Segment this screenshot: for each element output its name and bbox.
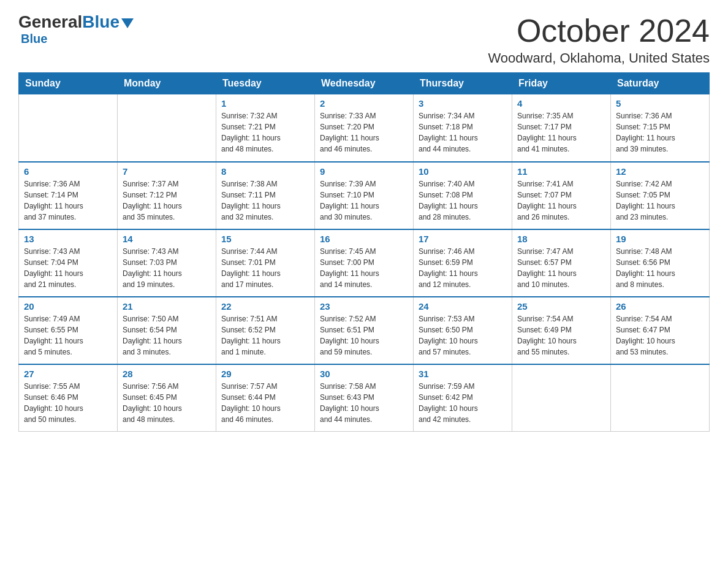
- calendar-cell: 23Sunrise: 7:52 AMSunset: 6:51 PMDayligh…: [315, 297, 414, 364]
- day-info: Sunrise: 7:43 AMSunset: 7:04 PMDaylight:…: [24, 246, 112, 290]
- day-number: 1: [221, 98, 309, 109]
- calendar-header-monday: Monday: [118, 73, 216, 94]
- day-info: Sunrise: 7:33 AMSunset: 7:20 PMDaylight:…: [320, 110, 408, 155]
- day-number: 3: [419, 98, 507, 109]
- calendar-header-row: SundayMondayTuesdayWednesdayThursdayFrid…: [19, 73, 710, 94]
- day-info: Sunrise: 7:50 AMSunset: 6:54 PMDaylight:…: [123, 313, 211, 358]
- calendar-cell: 9Sunrise: 7:39 AMSunset: 7:10 PMDaylight…: [315, 162, 414, 229]
- day-number: 22: [221, 301, 309, 312]
- calendar-header-wednesday: Wednesday: [315, 73, 414, 94]
- calendar-cell: 20Sunrise: 7:49 AMSunset: 6:55 PMDayligh…: [19, 297, 118, 364]
- calendar-cell: 1Sunrise: 7:32 AMSunset: 7:21 PMDaylight…: [216, 94, 315, 162]
- day-number: 31: [419, 369, 507, 379]
- day-number: 28: [123, 369, 211, 379]
- day-info: Sunrise: 7:48 AMSunset: 6:56 PMDaylight:…: [616, 246, 704, 290]
- day-info: Sunrise: 7:46 AMSunset: 6:59 PMDaylight:…: [419, 246, 507, 290]
- calendar-cell: [512, 364, 611, 432]
- day-number: 7: [123, 166, 211, 177]
- calendar-header-thursday: Thursday: [414, 73, 512, 94]
- calendar-cell: 17Sunrise: 7:46 AMSunset: 6:59 PMDayligh…: [414, 229, 512, 297]
- calendar-cell: 24Sunrise: 7:53 AMSunset: 6:50 PMDayligh…: [414, 297, 512, 364]
- calendar-header-sunday: Sunday: [19, 73, 118, 94]
- calendar-cell: 6Sunrise: 7:36 AMSunset: 7:14 PMDaylight…: [19, 162, 118, 229]
- day-info: Sunrise: 7:37 AMSunset: 7:12 PMDaylight:…: [123, 178, 211, 223]
- calendar-cell: 31Sunrise: 7:59 AMSunset: 6:42 PMDayligh…: [414, 364, 512, 432]
- day-number: 6: [24, 166, 112, 177]
- calendar-header-friday: Friday: [512, 73, 611, 94]
- calendar-cell: 7Sunrise: 7:37 AMSunset: 7:12 PMDaylight…: [118, 162, 216, 229]
- calendar-week-row: 20Sunrise: 7:49 AMSunset: 6:55 PMDayligh…: [19, 297, 710, 364]
- logo-triangle-icon: [121, 18, 134, 28]
- day-info: Sunrise: 7:34 AMSunset: 7:18 PMDaylight:…: [419, 110, 507, 155]
- day-info: Sunrise: 7:47 AMSunset: 6:57 PMDaylight:…: [517, 246, 605, 290]
- calendar-cell: 29Sunrise: 7:57 AMSunset: 6:44 PMDayligh…: [216, 364, 315, 432]
- calendar-header-tuesday: Tuesday: [216, 73, 315, 94]
- calendar-cell: [611, 364, 710, 432]
- calendar-cell: 11Sunrise: 7:41 AMSunset: 7:07 PMDayligh…: [512, 162, 611, 229]
- day-info: Sunrise: 7:53 AMSunset: 6:50 PMDaylight:…: [419, 313, 507, 358]
- day-number: 19: [616, 234, 704, 244]
- day-number: 8: [221, 166, 309, 177]
- day-number: 14: [123, 234, 211, 244]
- day-info: Sunrise: 7:32 AMSunset: 7:21 PMDaylight:…: [221, 110, 309, 155]
- day-number: 11: [517, 166, 605, 177]
- calendar-table: SundayMondayTuesdayWednesdayThursdayFrid…: [18, 72, 710, 432]
- day-info: Sunrise: 7:36 AMSunset: 7:15 PMDaylight:…: [616, 110, 704, 155]
- page-header: General Blue Blue October 2024 Woodward,…: [18, 12, 710, 66]
- day-info: Sunrise: 7:51 AMSunset: 6:52 PMDaylight:…: [221, 313, 309, 358]
- calendar-cell: 5Sunrise: 7:36 AMSunset: 7:15 PMDaylight…: [611, 94, 710, 162]
- calendar-cell: 21Sunrise: 7:50 AMSunset: 6:54 PMDayligh…: [118, 297, 216, 364]
- calendar-cell: [19, 94, 118, 162]
- day-number: 27: [24, 369, 112, 379]
- day-info: Sunrise: 7:42 AMSunset: 7:05 PMDaylight:…: [616, 178, 704, 223]
- day-info: Sunrise: 7:39 AMSunset: 7:10 PMDaylight:…: [320, 178, 408, 223]
- calendar-cell: 19Sunrise: 7:48 AMSunset: 6:56 PMDayligh…: [611, 229, 710, 297]
- logo-blue-underline: Blue: [21, 32, 47, 45]
- logo: General Blue Blue: [18, 12, 134, 46]
- day-number: 24: [419, 301, 507, 312]
- calendar-cell: 12Sunrise: 7:42 AMSunset: 7:05 PMDayligh…: [611, 162, 710, 229]
- day-number: 17: [419, 234, 507, 244]
- calendar-week-row: 27Sunrise: 7:55 AMSunset: 6:46 PMDayligh…: [19, 364, 710, 432]
- calendar-cell: 13Sunrise: 7:43 AMSunset: 7:04 PMDayligh…: [19, 229, 118, 297]
- calendar-cell: 10Sunrise: 7:40 AMSunset: 7:08 PMDayligh…: [414, 162, 512, 229]
- day-info: Sunrise: 7:52 AMSunset: 6:51 PMDaylight:…: [320, 313, 408, 358]
- day-number: 2: [320, 98, 408, 109]
- day-info: Sunrise: 7:41 AMSunset: 7:07 PMDaylight:…: [517, 178, 605, 223]
- day-info: Sunrise: 7:35 AMSunset: 7:17 PMDaylight:…: [517, 110, 605, 155]
- month-title: October 2024: [488, 12, 710, 49]
- calendar-cell: [118, 94, 216, 162]
- day-number: 12: [616, 166, 704, 177]
- calendar-week-row: 13Sunrise: 7:43 AMSunset: 7:04 PMDayligh…: [19, 229, 710, 297]
- day-info: Sunrise: 7:43 AMSunset: 7:03 PMDaylight:…: [123, 246, 211, 290]
- calendar-week-row: 1Sunrise: 7:32 AMSunset: 7:21 PMDaylight…: [19, 94, 710, 162]
- day-info: Sunrise: 7:49 AMSunset: 6:55 PMDaylight:…: [24, 313, 112, 358]
- day-info: Sunrise: 7:59 AMSunset: 6:42 PMDaylight:…: [419, 381, 507, 425]
- day-info: Sunrise: 7:36 AMSunset: 7:14 PMDaylight:…: [24, 178, 112, 223]
- calendar-cell: 14Sunrise: 7:43 AMSunset: 7:03 PMDayligh…: [118, 229, 216, 297]
- day-number: 18: [517, 234, 605, 244]
- day-number: 9: [320, 166, 408, 177]
- day-info: Sunrise: 7:54 AMSunset: 6:47 PMDaylight:…: [616, 313, 704, 358]
- calendar-cell: 25Sunrise: 7:54 AMSunset: 6:49 PMDayligh…: [512, 297, 611, 364]
- day-info: Sunrise: 7:54 AMSunset: 6:49 PMDaylight:…: [517, 313, 605, 358]
- logo-blue-text: Blue: [82, 12, 119, 32]
- calendar-cell: 8Sunrise: 7:38 AMSunset: 7:11 PMDaylight…: [216, 162, 315, 229]
- day-number: 25: [517, 301, 605, 312]
- day-number: 4: [517, 98, 605, 109]
- calendar-week-row: 6Sunrise: 7:36 AMSunset: 7:14 PMDaylight…: [19, 162, 710, 229]
- calendar-cell: 30Sunrise: 7:58 AMSunset: 6:43 PMDayligh…: [315, 364, 414, 432]
- calendar-cell: 28Sunrise: 7:56 AMSunset: 6:45 PMDayligh…: [118, 364, 216, 432]
- calendar-cell: 18Sunrise: 7:47 AMSunset: 6:57 PMDayligh…: [512, 229, 611, 297]
- title-section: October 2024 Woodward, Oklahoma, United …: [488, 12, 710, 66]
- day-number: 26: [616, 301, 704, 312]
- calendar-cell: 16Sunrise: 7:45 AMSunset: 7:00 PMDayligh…: [315, 229, 414, 297]
- day-info: Sunrise: 7:38 AMSunset: 7:11 PMDaylight:…: [221, 178, 309, 223]
- day-info: Sunrise: 7:56 AMSunset: 6:45 PMDaylight:…: [123, 381, 211, 425]
- day-number: 10: [419, 166, 507, 177]
- logo-general-text: General: [18, 12, 82, 32]
- location-title: Woodward, Oklahoma, United States: [488, 50, 710, 66]
- day-number: 15: [221, 234, 309, 244]
- calendar-cell: 2Sunrise: 7:33 AMSunset: 7:20 PMDaylight…: [315, 94, 414, 162]
- calendar-cell: 15Sunrise: 7:44 AMSunset: 7:01 PMDayligh…: [216, 229, 315, 297]
